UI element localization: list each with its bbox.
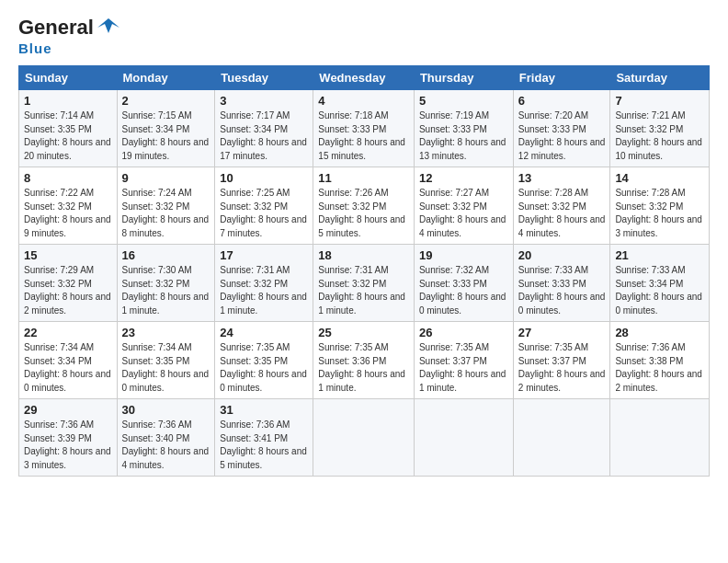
day-number: 17 bbox=[220, 248, 308, 262]
day-info: Sunrise: 7:35 AMSunset: 3:36 PMDaylight:… bbox=[318, 341, 409, 395]
day-number: 23 bbox=[122, 326, 210, 339]
week-row-4: 22Sunrise: 7:34 AMSunset: 3:34 PMDayligh… bbox=[19, 322, 710, 399]
day-info: Sunrise: 7:33 AMSunset: 3:34 PMDaylight:… bbox=[615, 264, 704, 317]
day-number: 22 bbox=[24, 326, 112, 339]
day-info: Sunrise: 7:34 AMSunset: 3:35 PMDaylight:… bbox=[122, 341, 210, 395]
day-cell bbox=[610, 399, 710, 477]
day-number: 10 bbox=[220, 171, 308, 185]
day-cell: 13Sunrise: 7:28 AMSunset: 3:32 PMDayligh… bbox=[513, 167, 610, 245]
day-info: Sunrise: 7:15 AMSunset: 3:34 PMDaylight:… bbox=[122, 109, 210, 163]
day-number: 12 bbox=[419, 171, 508, 185]
day-cell: 14Sunrise: 7:28 AMSunset: 3:32 PMDayligh… bbox=[610, 167, 710, 245]
day-number: 19 bbox=[419, 248, 508, 262]
day-cell: 7Sunrise: 7:21 AMSunset: 3:32 PMDaylight… bbox=[610, 90, 710, 167]
day-number: 16 bbox=[122, 248, 210, 262]
day-info: Sunrise: 7:35 AMSunset: 3:37 PMDaylight:… bbox=[518, 341, 606, 395]
day-cell: 19Sunrise: 7:32 AMSunset: 3:33 PMDayligh… bbox=[414, 245, 513, 322]
day-cell: 10Sunrise: 7:25 AMSunset: 3:32 PMDayligh… bbox=[215, 167, 313, 245]
day-number: 24 bbox=[220, 326, 308, 339]
day-cell: 20Sunrise: 7:33 AMSunset: 3:33 PMDayligh… bbox=[513, 245, 610, 322]
header-row: SundayMondayTuesdayWednesdayThursdayFrid… bbox=[19, 66, 710, 90]
day-info: Sunrise: 7:14 AMSunset: 3:35 PMDaylight:… bbox=[24, 109, 112, 163]
day-info: Sunrise: 7:22 AMSunset: 3:32 PMDaylight:… bbox=[24, 187, 112, 240]
day-number: 14 bbox=[615, 171, 704, 185]
day-info: Sunrise: 7:17 AMSunset: 3:34 PMDaylight:… bbox=[220, 109, 308, 163]
day-number: 11 bbox=[318, 171, 409, 185]
day-number: 28 bbox=[615, 326, 704, 339]
day-number: 6 bbox=[518, 94, 606, 108]
day-number: 25 bbox=[318, 326, 409, 339]
day-cell: 24Sunrise: 7:35 AMSunset: 3:35 PMDayligh… bbox=[215, 322, 313, 399]
day-cell bbox=[513, 399, 610, 477]
day-number: 31 bbox=[220, 403, 308, 417]
day-number: 4 bbox=[318, 94, 409, 108]
col-header-sunday: Sunday bbox=[19, 66, 118, 90]
col-header-thursday: Thursday bbox=[414, 66, 513, 90]
day-info: Sunrise: 7:30 AMSunset: 3:32 PMDaylight:… bbox=[122, 264, 210, 317]
logo-bird-icon bbox=[96, 15, 121, 40]
day-number: 7 bbox=[615, 94, 704, 108]
day-number: 13 bbox=[518, 171, 606, 185]
col-header-monday: Monday bbox=[117, 66, 215, 90]
day-cell: 16Sunrise: 7:30 AMSunset: 3:32 PMDayligh… bbox=[117, 245, 215, 322]
day-info: Sunrise: 7:29 AMSunset: 3:32 PMDaylight:… bbox=[24, 264, 112, 317]
day-number: 9 bbox=[122, 171, 210, 185]
day-cell: 12Sunrise: 7:27 AMSunset: 3:32 PMDayligh… bbox=[414, 167, 513, 245]
day-cell: 25Sunrise: 7:35 AMSunset: 3:36 PMDayligh… bbox=[313, 322, 415, 399]
day-cell: 6Sunrise: 7:20 AMSunset: 3:33 PMDaylight… bbox=[513, 90, 610, 167]
day-number: 15 bbox=[24, 248, 112, 262]
day-cell: 5Sunrise: 7:19 AMSunset: 3:33 PMDaylight… bbox=[414, 90, 513, 167]
day-cell: 29Sunrise: 7:36 AMSunset: 3:39 PMDayligh… bbox=[19, 399, 118, 477]
day-cell: 4Sunrise: 7:18 AMSunset: 3:33 PMDaylight… bbox=[313, 90, 415, 167]
day-number: 18 bbox=[318, 248, 409, 262]
col-header-friday: Friday bbox=[513, 66, 610, 90]
day-cell: 1Sunrise: 7:14 AMSunset: 3:35 PMDaylight… bbox=[19, 90, 118, 167]
page: General Blue SundayMondayTuesdayWednesda… bbox=[0, 0, 728, 486]
day-info: Sunrise: 7:28 AMSunset: 3:32 PMDaylight:… bbox=[518, 187, 606, 240]
day-number: 2 bbox=[122, 94, 210, 108]
week-row-5: 29Sunrise: 7:36 AMSunset: 3:39 PMDayligh… bbox=[19, 399, 710, 477]
logo-general: General bbox=[18, 17, 94, 38]
week-row-2: 8Sunrise: 7:22 AMSunset: 3:32 PMDaylight… bbox=[19, 167, 710, 245]
day-cell: 30Sunrise: 7:36 AMSunset: 3:40 PMDayligh… bbox=[117, 399, 215, 477]
day-info: Sunrise: 7:35 AMSunset: 3:35 PMDaylight:… bbox=[220, 341, 308, 395]
day-cell: 18Sunrise: 7:31 AMSunset: 3:32 PMDayligh… bbox=[313, 245, 415, 322]
day-info: Sunrise: 7:19 AMSunset: 3:33 PMDaylight:… bbox=[419, 109, 508, 163]
day-info: Sunrise: 7:28 AMSunset: 3:32 PMDaylight:… bbox=[615, 187, 704, 240]
day-cell: 21Sunrise: 7:33 AMSunset: 3:34 PMDayligh… bbox=[610, 245, 710, 322]
day-cell: 28Sunrise: 7:36 AMSunset: 3:38 PMDayligh… bbox=[610, 322, 710, 399]
day-info: Sunrise: 7:24 AMSunset: 3:32 PMDaylight:… bbox=[122, 187, 210, 240]
day-cell: 11Sunrise: 7:26 AMSunset: 3:32 PMDayligh… bbox=[313, 167, 415, 245]
day-cell bbox=[414, 399, 513, 477]
day-cell: 9Sunrise: 7:24 AMSunset: 3:32 PMDaylight… bbox=[117, 167, 215, 245]
day-cell: 31Sunrise: 7:36 AMSunset: 3:41 PMDayligh… bbox=[215, 399, 313, 477]
day-cell: 3Sunrise: 7:17 AMSunset: 3:34 PMDaylight… bbox=[215, 90, 313, 167]
week-row-1: 1Sunrise: 7:14 AMSunset: 3:35 PMDaylight… bbox=[19, 90, 710, 167]
day-number: 1 bbox=[24, 94, 112, 108]
col-header-tuesday: Tuesday bbox=[215, 66, 313, 90]
header: General Blue bbox=[18, 15, 710, 56]
calendar-table: SundayMondayTuesdayWednesdayThursdayFrid… bbox=[18, 65, 710, 477]
day-number: 26 bbox=[419, 326, 508, 339]
day-info: Sunrise: 7:25 AMSunset: 3:32 PMDaylight:… bbox=[220, 187, 308, 240]
day-number: 21 bbox=[615, 248, 704, 262]
day-number: 30 bbox=[122, 403, 210, 417]
day-cell: 26Sunrise: 7:35 AMSunset: 3:37 PMDayligh… bbox=[414, 322, 513, 399]
day-number: 20 bbox=[518, 248, 606, 262]
day-info: Sunrise: 7:36 AMSunset: 3:39 PMDaylight:… bbox=[24, 419, 112, 472]
svg-marker-0 bbox=[97, 18, 119, 33]
col-header-wednesday: Wednesday bbox=[313, 66, 415, 90]
logo: General Blue bbox=[18, 15, 121, 56]
day-cell: 15Sunrise: 7:29 AMSunset: 3:32 PMDayligh… bbox=[19, 245, 118, 322]
day-cell: 17Sunrise: 7:31 AMSunset: 3:32 PMDayligh… bbox=[215, 245, 313, 322]
day-number: 8 bbox=[24, 171, 112, 185]
day-number: 27 bbox=[518, 326, 606, 339]
day-number: 5 bbox=[419, 94, 508, 108]
day-info: Sunrise: 7:36 AMSunset: 3:41 PMDaylight:… bbox=[220, 419, 308, 472]
day-info: Sunrise: 7:34 AMSunset: 3:34 PMDaylight:… bbox=[24, 341, 112, 395]
day-info: Sunrise: 7:21 AMSunset: 3:32 PMDaylight:… bbox=[615, 109, 704, 163]
day-info: Sunrise: 7:26 AMSunset: 3:32 PMDaylight:… bbox=[318, 187, 409, 240]
day-info: Sunrise: 7:33 AMSunset: 3:33 PMDaylight:… bbox=[518, 264, 606, 317]
day-info: Sunrise: 7:36 AMSunset: 3:40 PMDaylight:… bbox=[122, 419, 210, 472]
day-info: Sunrise: 7:27 AMSunset: 3:32 PMDaylight:… bbox=[419, 187, 508, 240]
